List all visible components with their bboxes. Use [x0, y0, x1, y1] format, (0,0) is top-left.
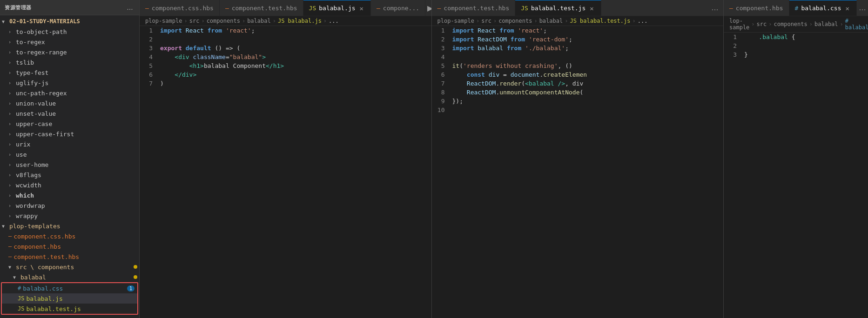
list-item[interactable]: › upper-case: [0, 119, 139, 129]
tab-balabal-test-js[interactable]: JS balabal.test.js ✕: [515, 0, 601, 16]
highlighted-file-group: # balabal.css 1 JS balabal.js JS balabal…: [1, 282, 138, 315]
code-line: 5 it('renders without crashing', (): [432, 61, 724, 70]
sidebar-icon-group: …: [125, 3, 135, 12]
balabal-folder[interactable]: ▼ balabal: [0, 272, 139, 282]
tab-bar-actions: ▶ ⧉ …: [425, 3, 431, 13]
tab-component-partial[interactable]: — compone...: [371, 0, 425, 16]
code-line: 3 import balabal from './balabal';: [432, 44, 724, 53]
sidebar: 资源管理器 … ▼ 02-01-STUDY-MATERIALS › to-obj…: [0, 0, 140, 318]
list-item[interactable]: › uglify-js: [0, 78, 139, 88]
balabal-css-file[interactable]: # balabal.css 1: [2, 283, 137, 293]
code-line: 2: [140, 35, 431, 44]
code-line: 5 <h1>balabal Component</h1>: [140, 61, 431, 70]
sidebar-header: 资源管理器 …: [0, 0, 139, 15]
breadcrumb-1: plop-sample › src › components › balabal…: [140, 16, 431, 26]
code-line: 6 </div>: [140, 70, 431, 79]
list-item[interactable]: › upper-case-first: [0, 129, 139, 139]
list-item[interactable]: › user-home: [0, 159, 139, 170]
tab-more-button-3[interactable]: …: [857, 3, 868, 13]
list-item[interactable]: › wcwidth: [0, 180, 139, 190]
code-line: 2: [724, 41, 868, 50]
list-item[interactable]: › tslib: [0, 57, 139, 67]
tab-component-test-hbs-2[interactable]: — component.test.hbs: [432, 0, 516, 16]
close-tab-button[interactable]: ✕: [358, 4, 365, 13]
tab-more-button-2[interactable]: …: [709, 3, 720, 13]
tab-balabal-js[interactable]: JS balabal.js ✕: [303, 0, 371, 16]
code-line: 3 export default () => (: [140, 44, 431, 53]
hbs-icon: —: [8, 233, 12, 239]
breadcrumb-2: plop-sample › src › components › balabal…: [432, 16, 724, 26]
code-editor-1[interactable]: 1 import React from 'react'; 2 3 export …: [140, 26, 431, 318]
close-tab-button[interactable]: ✕: [588, 4, 595, 13]
list-item[interactable]: › which: [0, 190, 139, 200]
list-item[interactable]: — component.css.hbs: [0, 231, 139, 241]
code-line: 7 ): [140, 79, 431, 88]
sidebar-title: 资源管理器: [5, 4, 32, 11]
js-file-icon: JS: [18, 305, 24, 312]
code-line: 7 ReactDOM.render(<balabal />, div: [432, 79, 724, 88]
breadcrumb-3: lop-sample › src › components › balabal …: [724, 16, 868, 33]
list-item[interactable]: › use: [0, 149, 139, 159]
list-item[interactable]: › unset-value: [0, 108, 139, 119]
list-item[interactable]: › urix: [0, 139, 139, 149]
tab-bar-3: — component.hbs # balabal.css ✕ …: [724, 0, 868, 16]
code-line: 1 import React from 'react';: [432, 26, 724, 35]
tab-component-test-hbs[interactable]: — component.test.hbs: [220, 0, 303, 16]
tab-bar-1: — component.css.hbs — component.test.hbs…: [140, 0, 431, 16]
list-item[interactable]: › union-value: [0, 98, 139, 108]
root-label: 02-01-STUDY-MATERIALS: [9, 18, 80, 25]
plop-templates-folder[interactable]: ▼ plop-templates: [0, 221, 139, 231]
editor-pane-3: — component.hbs # balabal.css ✕ … lop-sa…: [724, 0, 868, 318]
list-item[interactable]: › to-regex-range: [0, 47, 139, 57]
list-item[interactable]: — component.hbs: [0, 241, 139, 252]
modified-dot: [134, 265, 137, 269]
code-line: 8 ReactDOM.unmountComponentAtNode(: [432, 88, 724, 97]
hbs-icon: —: [8, 243, 12, 250]
root-folder[interactable]: ▼ 02-01-STUDY-MATERIALS: [0, 16, 139, 26]
list-item[interactable]: — component.test.hbs: [0, 252, 139, 262]
code-line: 6 const div = document.createElemen: [432, 70, 724, 79]
tab-component-css-hbs[interactable]: — component.css.hbs: [140, 0, 220, 16]
code-line: 4 <div className="balabal">: [140, 53, 431, 61]
list-item[interactable]: › to-regex: [0, 37, 139, 47]
code-line: 3 }: [724, 50, 868, 59]
code-line: 9 });: [432, 97, 724, 106]
editor-pane-1: — component.css.hbs — component.test.hbs…: [140, 0, 432, 318]
tab-component-hbs-3[interactable]: — component.hbs: [724, 0, 789, 16]
tab-bar-actions-3: …: [857, 3, 868, 13]
code-editor-3[interactable]: 1 .balabal { 2 3 }: [724, 33, 868, 318]
tab-bar-actions-2: …: [709, 3, 723, 13]
file-tree: ▼ 02-01-STUDY-MATERIALS › to-object-path…: [0, 15, 139, 318]
js-file-icon: JS: [18, 295, 24, 302]
tab-bar-2: — component.test.hbs JS balabal.test.js …: [432, 0, 724, 16]
editor-pane-2: — component.test.hbs JS balabal.test.js …: [432, 0, 724, 318]
code-line: 1 .balabal {: [724, 33, 868, 41]
code-line: 1 import React from 'react';: [140, 26, 431, 35]
list-item[interactable]: › v8flags: [0, 170, 139, 180]
code-line: 4: [432, 53, 724, 61]
tab-balabal-css[interactable]: # balabal.css ✕: [789, 0, 857, 16]
list-item[interactable]: › wordwrap: [0, 200, 139, 211]
code-line: 2 import ReactDOM from 'react-dom';: [432, 35, 724, 44]
balabal-js-file[interactable]: JS balabal.js: [2, 293, 137, 304]
modified-badge: 1: [127, 285, 135, 292]
code-editor-2[interactable]: 1 import React from 'react'; 2 import Re…: [432, 26, 724, 318]
css-file-icon: #: [18, 285, 21, 292]
modified-dot: [134, 275, 137, 279]
list-item[interactable]: › wrappy: [0, 211, 139, 221]
sidebar-menu-button[interactable]: …: [125, 3, 135, 12]
list-item[interactable]: › type-fest: [0, 67, 139, 78]
folder-arrow: ▼: [2, 19, 7, 24]
close-tab-button[interactable]: ✕: [844, 4, 851, 13]
list-item[interactable]: › to-object-path: [0, 26, 139, 37]
run-button[interactable]: ▶: [425, 3, 431, 13]
hbs-icon: —: [8, 253, 12, 260]
list-item[interactable]: › unc-path-regex: [0, 88, 139, 98]
src-components-folder[interactable]: ▼ src \ components: [0, 262, 139, 272]
editors-area: — component.css.hbs — component.test.hbs…: [140, 0, 868, 318]
code-line: 10: [432, 106, 724, 114]
balabal-test-js-file[interactable]: JS balabal.test.js: [2, 304, 137, 314]
